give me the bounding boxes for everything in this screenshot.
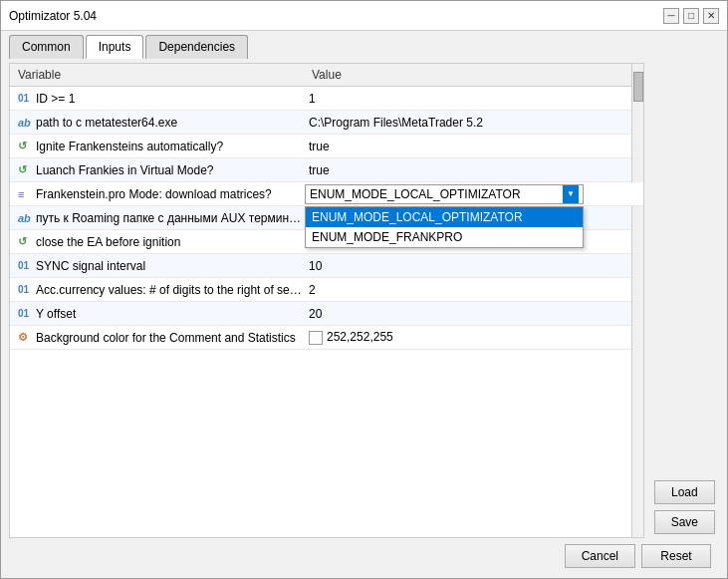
row-value: true: [305, 140, 635, 153]
row-label: path to c metatester64.exe: [36, 116, 305, 130]
type-icon-num: 01: [18, 93, 36, 104]
dropdown-arrow-icon: [563, 185, 579, 203]
row-label: close the EA before ignition: [36, 235, 305, 249]
row-label: Background color for the Comment and Sta…: [36, 331, 305, 345]
tab-common[interactable]: Common: [9, 35, 84, 59]
row-value: 2: [305, 283, 635, 297]
table-row: ⚙ Background color for the Comment and S…: [10, 326, 643, 350]
type-icon-ab: ab: [18, 212, 36, 224]
row-value: 1: [305, 92, 635, 106]
color-swatch: [309, 331, 323, 345]
type-icon-num: 01: [18, 260, 36, 271]
column-value-header: Value: [312, 68, 635, 82]
column-variable-header: Variable: [18, 68, 312, 82]
row-label: Frankenstein.pro Mode: download matrices…: [36, 187, 305, 201]
type-icon-arrow: ↺: [18, 163, 36, 176]
cancel-button[interactable]: Cancel: [565, 544, 635, 568]
row-label: ID >= 1: [36, 92, 305, 106]
dropdown-list: ENUM_MODE_LOCAL_OPTIMIZATOR ENUM_MODE_FR…: [305, 206, 584, 248]
type-icon-list: ≡: [18, 188, 36, 200]
table-row: ↺ Ignite Frankensteins automatically? tr…: [10, 135, 643, 158]
title-bar-controls: ─ □ ✕: [663, 8, 719, 24]
save-button[interactable]: Save: [654, 510, 715, 534]
table-row: 01 SYNC signal interval 10: [10, 254, 643, 278]
content-area: Variable Value 01 ID >= 1 1 ab path to c…: [1, 59, 727, 578]
table-row: 01 ID >= 1 1: [10, 87, 643, 111]
row-value: 10: [305, 259, 635, 273]
main-window: Optimizator 5.04 ─ □ ✕ Common Inputs Dep…: [0, 0, 728, 579]
load-button[interactable]: Load: [654, 480, 715, 504]
row-label: Acc.currency values: # of digits to the …: [36, 283, 305, 297]
side-buttons: Load Save: [650, 63, 719, 538]
dropdown-option[interactable]: ENUM_MODE_LOCAL_OPTIMIZATOR: [306, 207, 583, 227]
window-title: Optimizator 5.04: [9, 9, 97, 23]
type-icon-gear: ⚙: [18, 331, 36, 344]
row-label: путь к Roaming папке с данными AUX терми…: [36, 211, 305, 225]
table-scrollbar[interactable]: [631, 64, 643, 537]
row-value: true: [305, 163, 635, 177]
reset-button[interactable]: Reset: [641, 544, 711, 568]
close-button[interactable]: ✕: [703, 8, 719, 24]
row-label: Y offset: [36, 307, 305, 321]
dropdown-option[interactable]: ENUM_MODE_FRANKPRO: [306, 227, 583, 247]
dropdown-selected-value: ENUM_MODE_LOCAL_OPTIMIZATOR: [310, 187, 559, 201]
type-icon-arrow: ↺: [18, 140, 36, 152]
row-value: 20: [305, 307, 635, 321]
row-value: 252,252,255: [305, 330, 635, 345]
tab-inputs[interactable]: Inputs: [86, 35, 144, 59]
row-value: C:\Program Files\MetaTrader 5.2: [305, 116, 635, 130]
dropdown-container: ENUM_MODE_LOCAL_OPTIMIZATOR ENUM_MODE_LO…: [305, 184, 635, 204]
mode-dropdown[interactable]: ENUM_MODE_LOCAL_OPTIMIZATOR: [305, 184, 584, 204]
type-icon-num: 01: [18, 284, 36, 295]
restore-button[interactable]: □: [683, 8, 699, 24]
minimize-button[interactable]: ─: [663, 8, 679, 24]
type-icon-ab: ab: [18, 117, 36, 129]
table-row: 01 Y offset 20: [10, 302, 643, 326]
type-icon-arrow: ↺: [18, 235, 36, 248]
row-label: Ignite Frankensteins automatically?: [36, 140, 305, 153]
table-row: ↺ Luanch Frankies in Virtual Mode? true: [10, 158, 643, 182]
row-label: Luanch Frankies in Virtual Mode?: [36, 163, 305, 177]
tabs-bar: Common Inputs Dependencies: [1, 31, 727, 59]
row-label: SYNC signal interval: [36, 259, 305, 273]
bottom-bar: Cancel Reset: [9, 538, 719, 574]
title-bar: Optimizator 5.04 ─ □ ✕: [1, 1, 727, 31]
type-icon-num: 01: [18, 308, 36, 319]
table-body: 01 ID >= 1 1 ab path to c metatester64.e…: [10, 87, 643, 532]
table-row: ≡ Frankenstein.pro Mode: download matric…: [10, 182, 643, 206]
tab-dependencies[interactable]: Dependencies: [145, 35, 248, 59]
scrollbar-thumb[interactable]: [633, 72, 643, 102]
table-header: Variable Value: [10, 64, 643, 87]
table-row: 01 Acc.currency values: # of digits to t…: [10, 278, 643, 302]
variables-table: Variable Value 01 ID >= 1 1 ab path to c…: [9, 63, 644, 538]
table-row: ab path to c metatester64.exe C:\Program…: [10, 111, 643, 135]
